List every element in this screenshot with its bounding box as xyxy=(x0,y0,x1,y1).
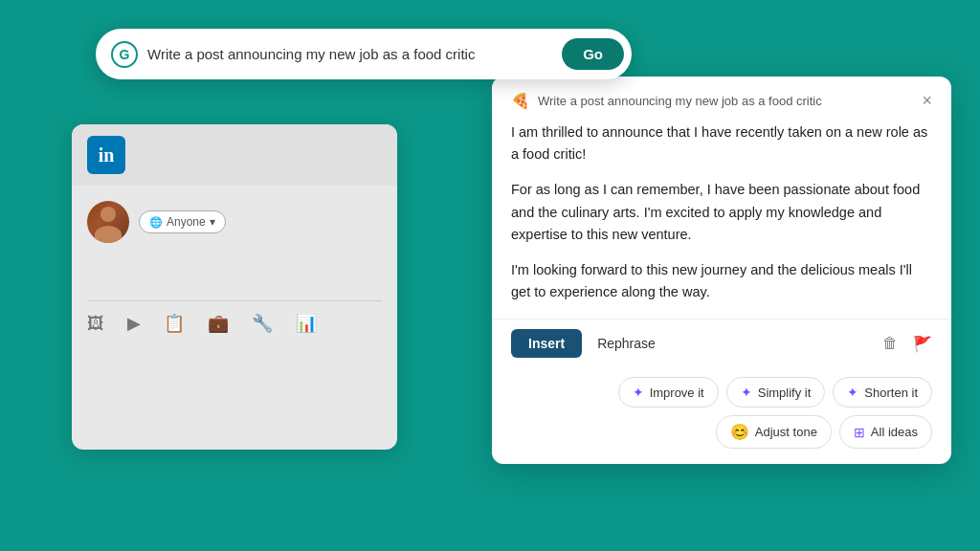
linkedin-header: in xyxy=(72,124,397,186)
ai-panel: 🍕 Write a post announcing my new job as … xyxy=(492,77,951,464)
ai-content: I am thrilled to announce that I have re… xyxy=(492,118,951,319)
globe-icon: 🌐 xyxy=(149,216,163,229)
flag-button[interactable]: 🚩 xyxy=(913,335,932,353)
tone-icon: 😊 xyxy=(730,423,749,441)
improve-label: Improve it xyxy=(650,386,704,400)
trash-button[interactable]: 🗑 xyxy=(882,335,898,353)
grammarly-logo: G xyxy=(111,41,138,68)
ai-paragraph-3: I'm looking forward to this new journey … xyxy=(511,259,932,303)
simplify-label: Simplify it xyxy=(758,386,812,400)
improve-icon: ✦ xyxy=(633,385,644,400)
insert-button[interactable]: Insert xyxy=(511,329,582,358)
shorten-icon: ✦ xyxy=(847,385,858,400)
go-button[interactable]: Go xyxy=(562,38,624,70)
ideas-chip[interactable]: ⊞ All ideas xyxy=(839,415,932,449)
rephrase-button[interactable]: Rephrase xyxy=(590,329,663,358)
ai-panel-header: 🍕 Write a post announcing my new job as … xyxy=(492,77,951,118)
action-icons: 🗑 🚩 xyxy=(882,335,932,353)
ideas-label: All ideas xyxy=(871,425,918,439)
ai-prompt-line: 🍕 Write a post announcing my new job as … xyxy=(511,92,822,110)
audience-selector[interactable]: 🌐 Anyone ▾ xyxy=(139,210,226,233)
document-icon[interactable]: 📋 xyxy=(164,313,185,334)
grammarly-icon: G xyxy=(111,41,138,68)
avatar xyxy=(87,201,129,243)
event-icon[interactable]: 🔧 xyxy=(252,313,273,334)
ideas-icon: ⊞ xyxy=(854,425,865,440)
shorten-label: Shorten it xyxy=(864,386,918,400)
avatar-image xyxy=(87,201,129,243)
dropdown-arrow: ▾ xyxy=(210,215,215,229)
suggestion-bar: ✦ Improve it ✦ Simplify it ✦ Shorten it … xyxy=(492,367,951,464)
linkedin-card: in 🌐 Anyone ▾ 🖼 ▶ 📋 💼 🔧 📊 xyxy=(72,124,397,450)
linkedin-body: 🌐 Anyone ▾ 🖼 ▶ 📋 💼 🔧 📊 xyxy=(72,186,397,361)
search-bar: G Go xyxy=(96,29,632,79)
tone-label: Adjust tone xyxy=(755,425,817,439)
improve-chip[interactable]: ✦ Improve it xyxy=(618,377,719,408)
video-icon[interactable]: ▶ xyxy=(127,313,141,334)
tone-chip[interactable]: 😊 Adjust tone xyxy=(716,415,832,449)
audience-label: Anyone xyxy=(167,215,206,229)
shorten-chip[interactable]: ✦ Shorten it xyxy=(833,377,932,408)
search-input[interactable] xyxy=(147,46,552,62)
briefcase-icon[interactable]: 💼 xyxy=(208,313,229,334)
prompt-text: Write a post announcing my new job as a … xyxy=(538,94,822,108)
simplify-icon: ✦ xyxy=(741,385,752,400)
prompt-icon: 🍕 xyxy=(511,92,530,110)
linkedin-logo: in xyxy=(87,136,125,174)
linkedin-user-row: 🌐 Anyone ▾ xyxy=(87,201,382,243)
image-icon[interactable]: 🖼 xyxy=(87,314,104,334)
close-button[interactable]: × xyxy=(922,92,932,109)
linkedin-toolbar: 🖼 ▶ 📋 💼 🔧 📊 xyxy=(87,300,382,345)
action-bar: Insert Rephrase 🗑 🚩 xyxy=(492,319,951,367)
ai-paragraph-2: For as long as I can remember, I have be… xyxy=(511,179,932,246)
ai-paragraph-1: I am thrilled to announce that I have re… xyxy=(511,121,932,165)
simplify-chip[interactable]: ✦ Simplify it xyxy=(726,377,826,408)
poll-icon[interactable]: 📊 xyxy=(296,313,317,334)
